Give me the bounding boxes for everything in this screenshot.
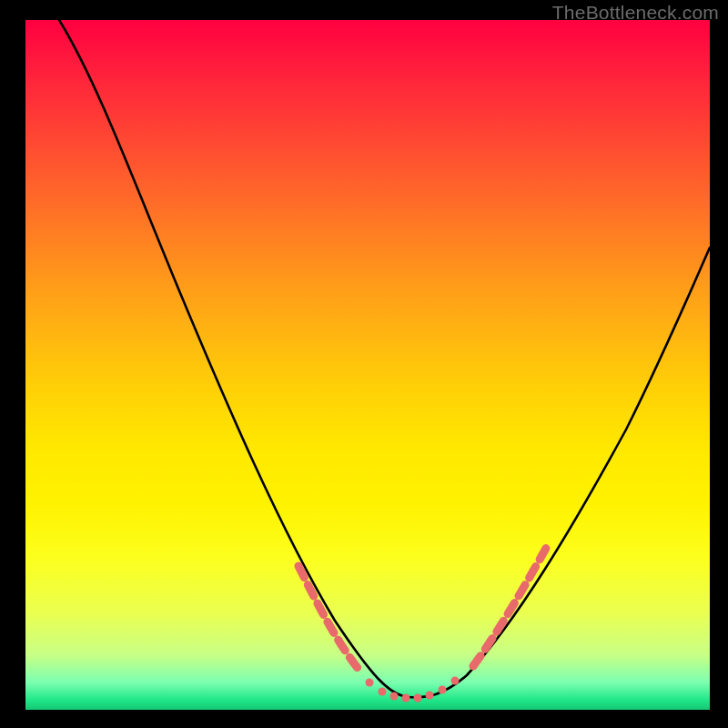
svg-point-7 [451, 677, 460, 685]
svg-point-6 [439, 686, 447, 694]
highlight-left [298, 566, 358, 668]
svg-point-3 [402, 694, 410, 703]
chart-plot-area [25, 20, 710, 710]
bottleneck-curve [25, 20, 710, 710]
highlight-right [473, 543, 549, 666]
svg-point-4 [414, 694, 422, 703]
curve-path [59, 20, 710, 697]
svg-point-5 [426, 692, 434, 700]
watermark-text: TheBottleneck.com [552, 2, 719, 24]
svg-point-1 [379, 688, 387, 696]
svg-point-0 [366, 679, 374, 687]
svg-point-2 [390, 693, 399, 701]
